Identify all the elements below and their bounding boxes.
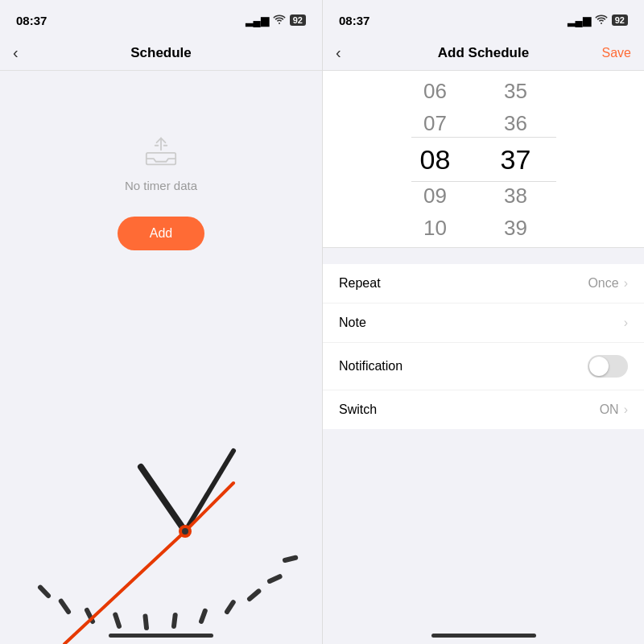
wifi-icon [273,14,286,27]
note-item[interactable]: Note › [323,303,644,343]
picker-min-36[interactable]: 36 [476,107,556,139]
right-wifi-icon [595,14,608,27]
switch-chevron: › [624,402,628,417]
right-status-icons: ▂▄▆ 92 [568,14,628,27]
left-time: 08:37 [16,14,47,27]
picker-min-39[interactable]: 39 [476,212,556,244]
picker-hour-11[interactable]: 11 [395,244,476,249]
inbox-icon [142,135,180,171]
empty-state-text: No timer data [125,179,197,192]
left-panel: 08:37 ▂▄▆ 92 ‹ Schedule [0,0,322,644]
left-nav-bar: ‹ Schedule [0,35,322,71]
picker-hour-10[interactable]: 10 [395,212,476,244]
note-label: Note [339,316,366,330]
note-chevron: › [624,316,628,330]
left-nav-title: Schedule [130,45,192,61]
empty-state: No timer data Add [118,135,204,250]
picker-min-37[interactable]: 37 [476,139,556,180]
switch-label: Switch [339,402,377,417]
left-status-bar: 08:37 ▂▄▆ 92 [0,0,322,35]
repeat-chevron: › [624,276,628,291]
minutes-column[interactable]: 34 35 36 37 38 39 40 [476,71,556,248]
right-home-indicator [431,634,536,638]
signal-icon: ▂▄▆ [246,14,269,27]
repeat-item[interactable]: Repeat Once › [323,264,644,303]
picker-hour-09[interactable]: 09 [395,180,476,212]
left-home-indicator [109,634,213,638]
repeat-value: Once › [588,276,628,291]
repeat-value-text: Once [588,276,618,291]
switch-value: ON › [600,402,628,417]
switch-item[interactable]: Switch ON › [323,390,644,429]
picker-hour-08[interactable]: 08 [395,139,476,180]
right-battery: 92 [612,14,628,26]
right-panel: 08:37 ▂▄▆ 92 ‹ Add Schedule Save 05 06 0… [322,0,644,644]
toggle-thumb [589,357,609,376]
repeat-label: Repeat [339,276,381,291]
notification-label: Notification [339,359,402,374]
notification-toggle[interactable] [588,355,628,378]
right-save-button[interactable]: Save [602,46,631,60]
picker-min-40[interactable]: 40 [476,244,556,249]
settings-list: Repeat Once › Note › Notification Switch… [323,264,644,429]
left-back-button[interactable]: ‹ [13,43,19,62]
left-content: No timer data Add [0,71,322,644]
notification-item[interactable]: Notification [323,343,644,390]
right-signal-icon: ▂▄▆ [568,14,591,27]
right-time: 08:37 [339,14,369,27]
add-button[interactable]: Add [118,217,204,250]
right-nav-title: Add Schedule [438,45,529,61]
right-nav-bar: ‹ Add Schedule Save [323,35,644,71]
picker-hour-07[interactable]: 07 [395,107,476,139]
switch-value-text: ON [600,402,619,417]
time-picker[interactable]: 05 06 07 08 09 10 11 34 35 36 37 38 39 4… [323,71,644,248]
left-status-icons: ▂▄▆ 92 [246,14,306,27]
hours-column[interactable]: 05 06 07 08 09 10 11 [395,71,476,248]
note-value: › [624,316,628,330]
right-status-bar: 08:37 ▂▄▆ 92 [323,0,644,35]
left-battery: 92 [290,14,306,26]
picker-min-35[interactable]: 35 [476,75,556,107]
picker-min-38[interactable]: 38 [476,180,556,212]
right-back-button[interactable]: ‹ [336,43,341,62]
picker-hour-06[interactable]: 06 [395,75,476,107]
